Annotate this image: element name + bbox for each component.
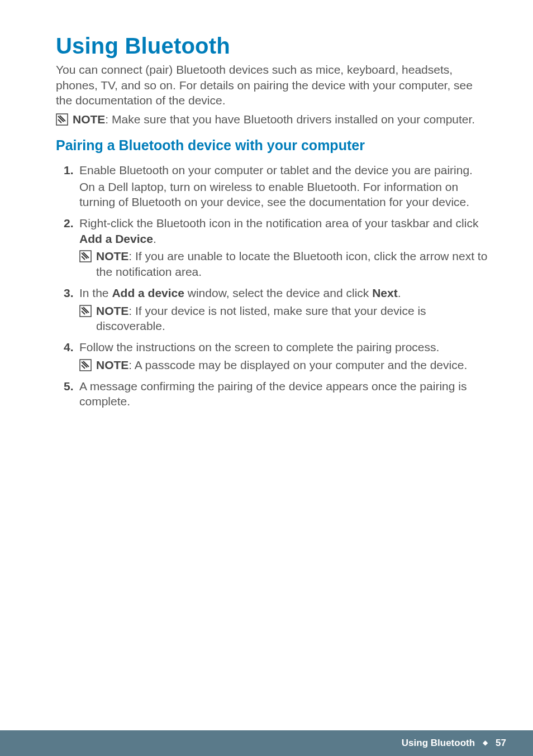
step-note: NOTE: A passcode may be displayed on you… [79, 357, 491, 373]
step-note: NOTE: If you are unable to locate the Bl… [79, 248, 491, 279]
step-text: . [398, 286, 401, 299]
top-note: NOTE: Make sure that you have Bluetooth … [56, 112, 491, 127]
intro-paragraph: You can connect (pair) Bluetooth devices… [56, 62, 491, 108]
note-icon [79, 250, 92, 262]
list-item: 4. Follow the instructions on the screen… [67, 339, 491, 372]
step-number: 2. [64, 216, 74, 231]
step-number: 1. [64, 162, 74, 178]
list-item: 1. Enable Bluetooth on your computer or … [67, 162, 491, 210]
note-label: NOTE [96, 250, 129, 262]
note-body: : Make sure that you have Bluetooth driv… [105, 113, 475, 126]
step-bold: Add a Device [79, 232, 153, 245]
step-number: 4. [64, 339, 74, 355]
note-label: NOTE [96, 358, 129, 371]
step-note-text: NOTE: A passcode may be displayed on you… [96, 357, 467, 373]
list-item: 2. Right-click the Bluetooth icon in the… [67, 216, 491, 280]
step-number: 5. [64, 379, 74, 394]
step-text: window, select the device and click [184, 286, 372, 299]
step-note: NOTE: If your device is not listed, make… [79, 303, 491, 334]
section-heading: Pairing a Bluetooth device with your com… [56, 137, 491, 154]
footer-title: Using Bluetooth [402, 738, 475, 749]
step-note-text: NOTE: If your device is not listed, make… [96, 303, 491, 334]
note-icon [79, 305, 92, 317]
list-item: 3. In the Add a device window, select th… [67, 285, 491, 334]
list-item: 5. A message confirming the pairing of t… [67, 379, 491, 409]
page-footer: Using Bluetooth ◆ 57 [0, 730, 533, 756]
steps-list: 1. Enable Bluetooth on your computer or … [56, 162, 491, 409]
note-label: NOTE [96, 304, 129, 317]
step-body: A message confirming the pairing of the … [79, 379, 491, 409]
page-title: Using Bluetooth [56, 34, 491, 59]
step-body: Enable Bluetooth on your computer or tab… [79, 162, 491, 178]
footer-page-number: 57 [496, 738, 506, 749]
note-body: : A passcode may be displayed on your co… [129, 358, 467, 371]
note-label: NOTE [73, 113, 105, 126]
footer-separator-icon: ◆ [483, 739, 488, 747]
document-page: Using Bluetooth You can connect (pair) B… [0, 0, 533, 756]
step-number: 3. [64, 285, 74, 301]
top-note-text: NOTE: Make sure that you have Bluetooth … [73, 112, 475, 127]
step-body: In the Add a device window, select the d… [79, 285, 491, 301]
step-bold: Next [372, 286, 398, 299]
note-icon [79, 359, 92, 371]
note-body: : If you are unable to locate the Blueto… [96, 250, 487, 278]
step-body: Follow the instructions on the screen to… [79, 339, 491, 355]
step-note-text: NOTE: If you are unable to locate the Bl… [96, 248, 491, 279]
step-text: In the [79, 286, 112, 299]
step-text: . [153, 232, 156, 245]
step-text: Right-click the Bluetooth icon in the no… [79, 217, 478, 229]
step-bold: Add a device [112, 286, 184, 299]
step-body: Right-click the Bluetooth icon in the no… [79, 216, 491, 246]
note-body: : If your device is not listed, make sur… [96, 304, 426, 333]
note-icon [56, 113, 68, 126]
step-extra: On a Dell laptop, turn on wireless to en… [79, 179, 491, 210]
